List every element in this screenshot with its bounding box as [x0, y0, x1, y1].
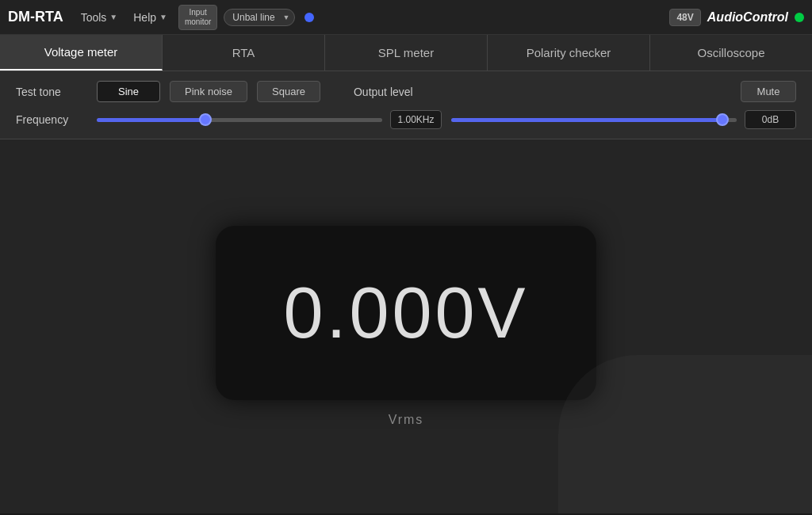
status-indicator-dot [795, 13, 804, 22]
mute-button[interactable]: Mute [741, 81, 796, 102]
controls-panel: Test tone Sine Pink noise Square Output … [0, 71, 812, 139]
tab-oscilloscope[interactable]: Oscilloscope [650, 35, 812, 71]
tab-spl-meter[interactable]: SPL meter [325, 35, 488, 71]
test-tone-label: Test tone [16, 86, 87, 98]
unit-label: Vrms [389, 413, 424, 427]
help-chevron-icon: ▼ [159, 13, 167, 21]
tab-rta-label: RTA [232, 46, 255, 59]
tab-polarity-checker[interactable]: Polarity checker [488, 35, 650, 71]
signal-input-select[interactable]: Unbal line Bal line XLR mic [224, 9, 295, 26]
sine-button[interactable]: Sine [97, 81, 160, 102]
background-shape [558, 355, 812, 513]
voltage-value: 0.000V [283, 273, 528, 354]
frequency-slider-container: 1.00KHz [97, 110, 442, 129]
tab-voltage-meter-label: Voltage meter [44, 45, 118, 59]
help-label: Help [133, 11, 156, 24]
help-menu[interactable]: Help ▼ [128, 8, 172, 27]
frequency-slider-track[interactable] [97, 118, 382, 122]
level-slider-thumb[interactable] [716, 113, 729, 126]
square-button[interactable]: Square [257, 81, 320, 102]
tools-menu[interactable]: Tools ▼ [76, 8, 123, 27]
titlebar: DM-RTA Tools ▼ Help ▼ Input monitor Unba… [0, 0, 812, 35]
tab-voltage-meter[interactable]: Voltage meter [0, 35, 163, 71]
tools-chevron-icon: ▼ [109, 13, 117, 21]
output-level-label: Output level [354, 86, 731, 98]
level-slider-container: 0dB [451, 110, 796, 129]
signal-input-wrapper: Unbal line Bal line XLR mic [224, 9, 295, 26]
tab-bar: Voltage meter RTA SPL meter Polarity che… [0, 35, 812, 71]
phantom-power-button[interactable]: 48V [669, 9, 700, 26]
level-value-box: 0dB [745, 110, 796, 129]
tab-spl-meter-label: SPL meter [378, 46, 434, 59]
brand-name-text: AudioControl [707, 10, 788, 25]
frequency-label: Frequency [16, 113, 87, 126]
tab-oscilloscope-label: Oscilloscope [697, 46, 764, 59]
voltage-display-container: 0.000V [216, 226, 596, 400]
level-slider-track[interactable] [451, 118, 737, 122]
pink-noise-button[interactable]: Pink noise [170, 81, 247, 102]
tools-label: Tools [81, 11, 107, 24]
tab-rta[interactable]: RTA [163, 35, 325, 71]
brand-logo: AudioControl [707, 10, 788, 25]
frequency-value-box: 1.00KHz [390, 110, 442, 129]
app-title: DM-RTA [8, 9, 63, 25]
test-tone-row: Test tone Sine Pink noise Square Output … [16, 81, 796, 102]
input-monitor-button[interactable]: Input monitor [178, 5, 217, 30]
signal-indicator-dot [304, 13, 314, 22]
tab-polarity-checker-label: Polarity checker [527, 46, 611, 59]
main-display: 0.000V Vrms [0, 139, 812, 513]
frequency-slider-thumb[interactable] [199, 113, 212, 126]
frequency-row: Frequency 1.00KHz 0dB [16, 110, 796, 129]
